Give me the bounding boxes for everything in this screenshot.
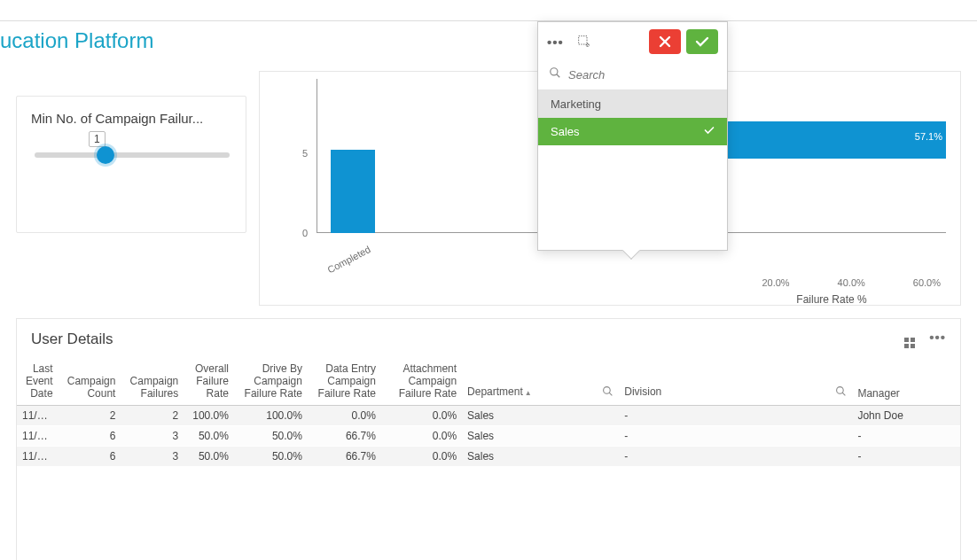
cell-c2: 2 (121, 406, 184, 426)
cell-c3: 100.0% (184, 406, 234, 426)
cell-c6: 0.0% (381, 426, 462, 447)
col-last-event-date[interactable]: Last Event Date (17, 357, 59, 406)
cell-c1: 6 (59, 447, 121, 467)
svg-line-9 (609, 393, 612, 395)
cell-c2: 3 (121, 447, 184, 467)
cell-c0: 11/9/... (17, 447, 59, 467)
table-row[interactable]: 11/10...6350.0%50.0%66.7%0.0%Sales-- (17, 426, 960, 447)
cell-c7: Sales (462, 406, 619, 426)
window-top-border (0, 0, 977, 21)
cell-c4: 50.0% (234, 426, 308, 447)
x-axis-label: Failure Rate % (717, 293, 946, 306)
cell-c5: 0.0% (308, 406, 381, 426)
slider-thumb[interactable] (97, 146, 114, 164)
bar-failure-rate-value: 57.1% (915, 131, 942, 142)
cell-c7: Sales (462, 426, 619, 447)
check-icon (704, 125, 715, 138)
x-axis-ticks: 20.0% 40.0% 60.0% (274, 277, 946, 288)
column-search-icon[interactable] (835, 385, 847, 400)
cell-c1: 2 (59, 406, 121, 426)
svg-rect-0 (578, 35, 586, 43)
bar-completed[interactable] (331, 150, 375, 233)
lasso-select-icon[interactable] (576, 34, 590, 51)
col-division-label: Division (624, 385, 661, 398)
col-driveby-failure-rate[interactable]: Drive By Campaign Failure Rate (234, 357, 308, 406)
col-campaign-count[interactable]: Campaign Count (59, 357, 121, 406)
x-tick-60: 60.0% (913, 277, 941, 288)
col-division[interactable]: Division (619, 357, 852, 406)
svg-point-10 (837, 387, 844, 394)
cell-c9: John Doe (852, 406, 960, 426)
department-filter-popup: ••• Marketing (537, 21, 728, 251)
svg-line-7 (557, 74, 560, 78)
cell-c9: - (852, 447, 960, 467)
panel-more-icon[interactable]: ••• (929, 330, 946, 348)
filter-option-marketing[interactable]: Marketing (538, 90, 727, 118)
bar-failure-rate[interactable] (720, 121, 946, 159)
col-manager[interactable]: Manager (852, 357, 960, 406)
col-department-label: Department (467, 385, 523, 398)
filter-option-label: Marketing (551, 97, 601, 111)
x-tick-20: 20.0% (762, 277, 789, 288)
user-details-table: Last Event Date Campaign Count Campaign … (17, 357, 960, 467)
filter-option-sales[interactable]: Sales (538, 118, 727, 145)
table-row[interactable]: 11/10...22100.0%100.0%0.0%0.0%Sales-John… (17, 406, 960, 426)
column-search-icon[interactable] (602, 385, 614, 400)
cell-c0: 11/10... (17, 406, 59, 426)
cell-c4: 50.0% (234, 447, 308, 467)
cell-c4: 100.0% (234, 406, 308, 426)
y-tick-5: 5 (302, 148, 308, 159)
page-title: ucation Platform (0, 21, 977, 71)
sort-asc-icon: ▲ (525, 389, 532, 397)
cell-c8: - (619, 406, 852, 426)
cell-c0: 11/10... (17, 426, 59, 447)
filter-option-label: Sales (551, 125, 580, 138)
svg-line-11 (843, 393, 846, 395)
filter-cancel-button[interactable] (649, 29, 681, 54)
col-department[interactable]: Department▲ (462, 357, 619, 406)
table-row[interactable]: 11/9/...6350.0%50.0%66.7%0.0%Sales-- (17, 447, 960, 467)
x-tick-40: 40.0% (838, 277, 865, 288)
search-icon (549, 66, 561, 82)
cell-c5: 66.7% (308, 426, 381, 447)
cell-c3: 50.0% (184, 426, 234, 447)
cell-c7: Sales (462, 447, 619, 467)
y-tick-0: 0 (302, 228, 308, 238)
cell-c8: - (619, 447, 852, 467)
bar-completed-label: Completed (325, 244, 372, 276)
slider-value: 1 (89, 131, 106, 147)
cell-c8: - (619, 426, 852, 447)
user-details-panel: User Details ••• Last Event Date Campaig… (16, 318, 961, 560)
more-options-icon[interactable]: ••• (547, 35, 564, 50)
col-attachment-failure-rate[interactable]: Attachment Campaign Failure Rate (381, 357, 462, 406)
min-failures-slider-card: Min No. of Campaign Failur... 1 (16, 96, 246, 233)
cell-c9: - (852, 426, 960, 447)
col-dataentry-failure-rate[interactable]: Data Entry Campaign Failure Rate (308, 357, 381, 406)
slider-title: Min No. of Campaign Failur... (31, 111, 231, 126)
filter-confirm-button[interactable] (686, 29, 718, 54)
chart-y-axis (317, 79, 317, 233)
slider-track[interactable] (35, 152, 230, 158)
grid-view-icon[interactable] (904, 330, 915, 348)
user-details-title: User Details (31, 331, 113, 348)
filter-search-input[interactable] (568, 68, 718, 82)
cell-c3: 50.0% (184, 447, 234, 467)
svg-point-8 (604, 387, 611, 394)
cell-c6: 0.0% (381, 406, 462, 426)
svg-point-6 (551, 68, 558, 75)
cell-c1: 6 (59, 426, 121, 447)
cell-c2: 3 (121, 426, 184, 447)
table-empty-space (17, 467, 960, 560)
cell-c6: 0.0% (381, 447, 462, 467)
cell-c5: 66.7% (308, 447, 381, 467)
col-campaign-failures[interactable]: Campaign Failures (121, 357, 184, 406)
col-overall-failure-rate[interactable]: Overall Failure Rate (184, 357, 234, 406)
